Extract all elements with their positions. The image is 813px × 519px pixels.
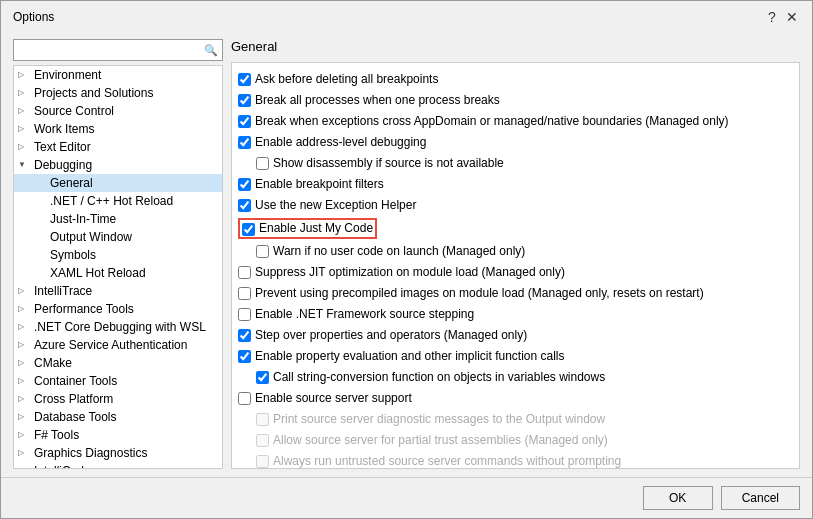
tree-item[interactable]: ▷Graphics Diagnostics (14, 444, 222, 462)
option-label: Allow source server for partial trust as… (273, 432, 608, 449)
tree-item-label: Just-In-Time (50, 210, 116, 228)
option-row: Enable .NET Framework source stepping (238, 304, 793, 325)
tree-item[interactable]: ▷Azure Service Authentication (14, 336, 222, 354)
option-checkbox[interactable] (238, 178, 251, 191)
options-list: Ask before deleting all breakpointsBreak… (231, 62, 800, 469)
option-row: Show disassembly if source is not availa… (256, 153, 793, 174)
tree-item-label: Database Tools (34, 408, 117, 426)
right-panel-title: General (231, 39, 800, 54)
tree-item[interactable]: ▷Projects and Solutions (14, 84, 222, 102)
tree-item[interactable]: .NET / C++ Hot Reload (14, 192, 222, 210)
help-button[interactable]: ? (764, 9, 780, 25)
tree-item-label: Output Window (50, 228, 132, 246)
option-label: Suppress JIT optimization on module load… (255, 264, 565, 281)
option-checkbox[interactable] (238, 266, 251, 279)
tree-item[interactable]: ▷CMake (14, 354, 222, 372)
option-checkbox[interactable] (256, 157, 269, 170)
option-label: Call string-conversion function on objec… (273, 369, 605, 386)
tree-item-label: Work Items (34, 120, 94, 138)
option-checkbox[interactable] (256, 434, 269, 447)
option-checkbox[interactable] (238, 350, 251, 363)
close-button[interactable]: ✕ (784, 9, 800, 25)
search-input[interactable] (20, 43, 216, 57)
tree-item[interactable]: Output Window (14, 228, 222, 246)
search-box[interactable]: 🔍 (13, 39, 223, 61)
option-checkbox[interactable] (238, 73, 251, 86)
option-row: Call string-conversion function on objec… (256, 367, 793, 388)
option-checkbox[interactable] (238, 94, 251, 107)
tree-item[interactable]: ▷IntelliTrace (14, 282, 222, 300)
option-checkbox[interactable] (238, 199, 251, 212)
option-row: Enable Just My Code (238, 216, 793, 241)
option-row: Warn if no user code on launch (Managed … (256, 241, 793, 262)
option-label: Use the new Exception Helper (255, 197, 416, 214)
tree-item[interactable]: ▷Source Control (14, 102, 222, 120)
option-label: Always run untrusted source server comma… (273, 453, 621, 469)
option-label: Enable Just My Code (259, 220, 373, 237)
tree-item[interactable]: ▷Text Editor (14, 138, 222, 156)
option-label: Break all processes when one process bre… (255, 92, 500, 109)
tree-item[interactable]: ▼Debugging (14, 156, 222, 174)
option-checkbox[interactable] (238, 329, 251, 342)
option-label: Enable .NET Framework source stepping (255, 306, 474, 323)
option-row: Enable source server support (238, 388, 793, 409)
right-panel: General Ask before deleting all breakpoi… (231, 39, 800, 469)
tree-item[interactable]: General (14, 174, 222, 192)
expand-icon: ▷ (18, 444, 32, 462)
tree-item-label: .NET / C++ Hot Reload (50, 192, 173, 210)
option-row: Enable address-level debugging (238, 132, 793, 153)
expand-icon: ▷ (18, 318, 32, 336)
option-label: Break when exceptions cross AppDomain or… (255, 113, 729, 130)
ok-button[interactable]: OK (643, 486, 713, 510)
tree-item[interactable]: Just-In-Time (14, 210, 222, 228)
title-controls: ? ✕ (764, 9, 800, 25)
tree-item[interactable]: ▷IntelliCode (14, 462, 222, 469)
expand-icon: ▷ (18, 84, 32, 102)
cancel-button[interactable]: Cancel (721, 486, 800, 510)
tree-item[interactable]: ▷Work Items (14, 120, 222, 138)
tree-item[interactable]: ▷Cross Platform (14, 390, 222, 408)
tree-item[interactable]: ▷Performance Tools (14, 300, 222, 318)
option-row: Enable breakpoint filters (238, 174, 793, 195)
option-label: Enable address-level debugging (255, 134, 426, 151)
tree-item[interactable]: ▷.NET Core Debugging with WSL (14, 318, 222, 336)
tree-item-label: Azure Service Authentication (34, 336, 187, 354)
tree-item[interactable]: ▷Database Tools (14, 408, 222, 426)
tree[interactable]: ▷Environment▷Projects and Solutions▷Sour… (13, 65, 223, 469)
left-panel: 🔍 ▷Environment▷Projects and Solutions▷So… (13, 39, 223, 469)
expand-icon: ▷ (18, 336, 32, 354)
option-checkbox[interactable] (238, 308, 251, 321)
expand-icon: ▷ (18, 120, 32, 138)
option-checkbox[interactable] (256, 371, 269, 384)
option-checkbox[interactable] (238, 136, 251, 149)
expand-icon: ▷ (18, 66, 32, 84)
option-checkbox[interactable] (238, 392, 251, 405)
tree-item-label: Environment (34, 66, 101, 84)
option-checkbox[interactable] (256, 413, 269, 426)
tree-item[interactable]: ▷Container Tools (14, 372, 222, 390)
tree-item[interactable]: ▷Environment (14, 66, 222, 84)
tree-item-label: Graphics Diagnostics (34, 444, 147, 462)
tree-item-label: Projects and Solutions (34, 84, 153, 102)
tree-item-label: Source Control (34, 102, 114, 120)
dialog-title: Options (13, 10, 54, 24)
tree-item-label: Container Tools (34, 372, 117, 390)
option-checkbox[interactable] (238, 287, 251, 300)
tree-item-label: General (50, 174, 93, 192)
option-row: Use the new Exception Helper (238, 195, 793, 216)
option-checkbox[interactable] (256, 455, 269, 468)
option-row: Prevent using precompiled images on modu… (238, 283, 793, 304)
option-row: Suppress JIT optimization on module load… (238, 262, 793, 283)
option-label: Enable property evaluation and other imp… (255, 348, 565, 365)
option-checkbox[interactable] (242, 223, 255, 236)
option-row: Enable property evaluation and other imp… (238, 346, 793, 367)
tree-item-label: IntelliCode (34, 462, 91, 469)
option-checkbox[interactable] (238, 115, 251, 128)
tree-item[interactable]: Symbols (14, 246, 222, 264)
option-label: Enable source server support (255, 390, 412, 407)
tree-item[interactable]: XAML Hot Reload (14, 264, 222, 282)
expand-icon: ▷ (18, 282, 32, 300)
option-checkbox[interactable] (256, 245, 269, 258)
tree-item[interactable]: ▷F# Tools (14, 426, 222, 444)
expand-icon: ▼ (18, 156, 32, 174)
